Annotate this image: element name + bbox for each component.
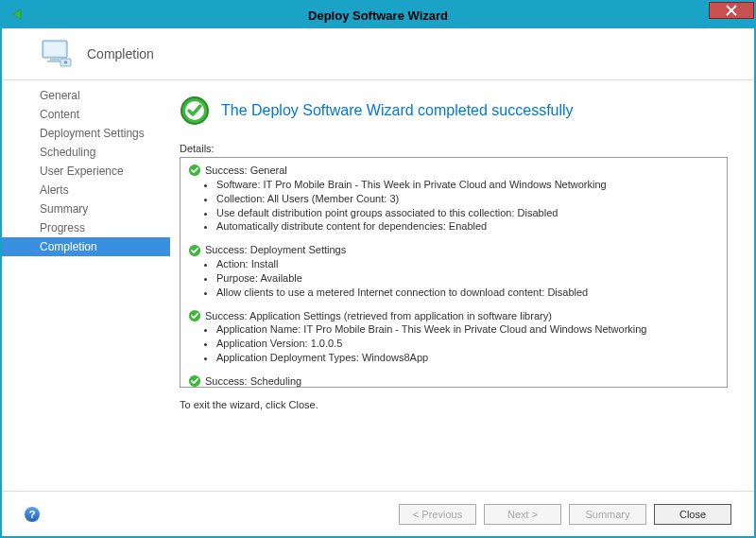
sidebar-item-summary[interactable]: Summary — [2, 200, 170, 218]
sidebar-item-progress[interactable]: Progress — [2, 218, 170, 237]
sidebar-item-completion[interactable]: Completion — [2, 237, 170, 256]
previous-button: < Previous — [399, 504, 476, 525]
wizard-header: Completion — [2, 28, 754, 80]
details-box[interactable]: Success: GeneralSoftware: IT Pro Mobile … — [180, 157, 728, 388]
wizard-window: Deploy Software Wizard Completion Genera… — [0, 0, 756, 538]
detail-item: Application Version: 1.0.0.5 — [216, 337, 719, 351]
sidebar-item-deployment-settings[interactable]: Deployment Settings — [2, 124, 170, 143]
sidebar-item-content[interactable]: Content — [2, 105, 170, 124]
success-title: The Deploy Software Wizard completed suc… — [221, 102, 574, 119]
success-check-icon — [180, 95, 210, 126]
help-icon[interactable]: ? — [25, 507, 40, 522]
detail-item: Purpose: Available — [216, 271, 719, 286]
detail-item: Software: IT Pro Mobile Brain - This Wee… — [216, 178, 719, 192]
exit-instruction: To exit the wizard, click Close. — [180, 399, 728, 410]
svg-rect-4 — [50, 58, 60, 61]
back-arrow-icon[interactable] — [9, 8, 26, 23]
detail-group-title: Success: Deployment Settings — [188, 243, 719, 257]
sidebar-item-general[interactable]: General — [2, 86, 170, 105]
detail-item: Application Name: IT Pro Mobile Brain - … — [216, 322, 719, 337]
wizard-main: The Deploy Software Wizard completed suc… — [170, 80, 754, 491]
monitor-icon — [42, 40, 74, 68]
page-title: Completion — [87, 46, 154, 61]
detail-group: Success: SchedulingTime based on: UTCAva… — [188, 374, 719, 388]
wizard-steps-sidebar: GeneralContentDeployment SettingsSchedul… — [2, 80, 170, 491]
detail-group: Success: Deployment SettingsAction: Inst… — [188, 243, 719, 299]
detail-group-title: Success: Scheduling — [188, 374, 719, 388]
next-button: Next > — [484, 504, 561, 525]
svg-point-7 — [64, 61, 68, 64]
sidebar-item-user-experience[interactable]: User Experience — [2, 162, 170, 181]
details-label: Details: — [180, 143, 728, 154]
detail-group-title: Success: General — [188, 164, 719, 178]
close-button[interactable]: Close — [654, 504, 731, 525]
detail-item: Use default distribution point groups as… — [216, 206, 719, 220]
success-header: The Deploy Software Wizard completed suc… — [180, 95, 728, 126]
close-window-button[interactable] — [709, 2, 754, 19]
detail-group: Success: GeneralSoftware: IT Pro Mobile … — [188, 164, 719, 234]
detail-item: Application Deployment Types: Windows8Ap… — [216, 351, 719, 365]
summary-button: Summary — [569, 504, 646, 525]
close-icon — [726, 5, 737, 16]
sidebar-item-alerts[interactable]: Alerts — [2, 181, 170, 200]
detail-item: Allow clients to use a metered Internet … — [216, 286, 719, 300]
svg-rect-5 — [47, 61, 62, 62]
wizard-footer: ? < Previous Next > Summary Close — [2, 491, 754, 536]
titlebar: Deploy Software Wizard — [2, 2, 754, 28]
window-title: Deploy Software Wizard — [308, 9, 448, 23]
detail-item: Collection: All Users (Member Count: 3) — [216, 192, 719, 206]
detail-item: Action: Install — [216, 257, 719, 271]
detail-group-title: Success: Application Settings (retrieved… — [188, 309, 719, 323]
sidebar-item-scheduling[interactable]: Scheduling — [2, 143, 170, 162]
detail-group: Success: Application Settings (retrieved… — [188, 309, 719, 365]
detail-item: Automatically distribute content for dep… — [216, 219, 719, 234]
svg-rect-3 — [44, 43, 65, 56]
